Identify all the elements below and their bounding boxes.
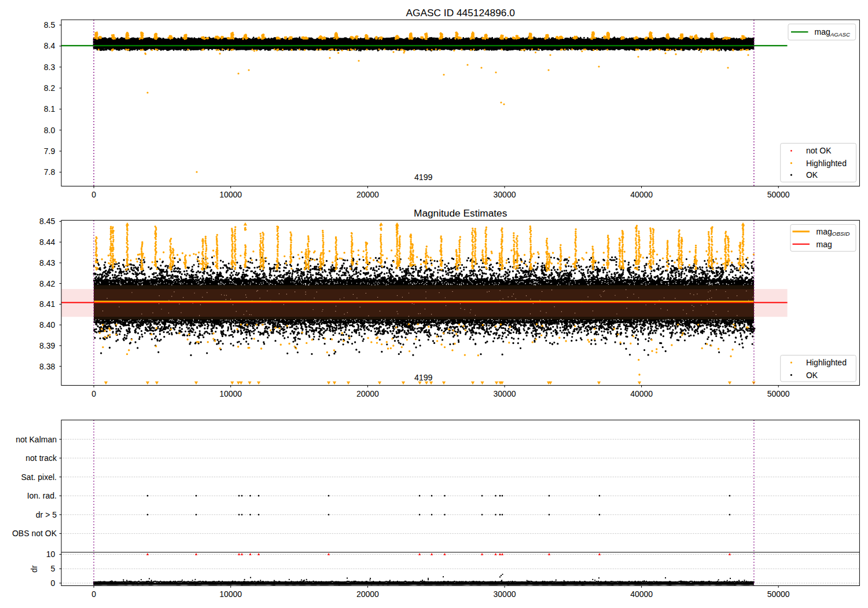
svg-text:20000: 20000: [356, 190, 379, 199]
svg-text:10000: 10000: [219, 190, 242, 199]
svg-text:40000: 40000: [630, 190, 653, 199]
svg-text:OK: OK: [806, 371, 818, 380]
svg-text:0: 0: [91, 589, 96, 599]
svg-text:40000: 40000: [630, 389, 653, 398]
svg-text:Ion. rad.: Ion. rad.: [27, 491, 57, 500]
svg-text:30000: 30000: [494, 190, 516, 199]
svg-text:OK: OK: [806, 170, 818, 180]
svg-text:8.44: 8.44: [39, 237, 55, 247]
svg-text:not Kalman: not Kalman: [16, 435, 57, 444]
svg-text:AGASC ID 445124896.0: AGASC ID 445124896.0: [406, 7, 515, 19]
svg-text:7.8: 7.8: [44, 167, 56, 177]
svg-text:4199: 4199: [414, 173, 433, 182]
svg-text:8.5: 8.5: [44, 20, 56, 30]
svg-text:8.3: 8.3: [44, 63, 56, 72]
svg-text:8.38: 8.38: [39, 362, 55, 371]
svg-text:8.45: 8.45: [39, 217, 55, 226]
svg-text:AGASC: AGASC: [830, 31, 851, 38]
svg-text:8.4: 8.4: [44, 41, 56, 50]
svg-text:mag: mag: [816, 227, 832, 236]
svg-text:8.2: 8.2: [44, 83, 56, 93]
svg-text:40000: 40000: [630, 589, 653, 599]
svg-text:0: 0: [51, 578, 56, 588]
svg-text:0: 0: [91, 389, 96, 398]
svg-text:0: 0: [91, 190, 96, 199]
svg-text:8.43: 8.43: [39, 258, 55, 268]
svg-text:8.40: 8.40: [39, 320, 55, 329]
svg-text:4199: 4199: [414, 373, 433, 382]
svg-text:10000: 10000: [219, 589, 242, 599]
svg-text:7.9: 7.9: [44, 146, 56, 156]
svg-text:Highlighted: Highlighted: [806, 159, 847, 168]
svg-text:8.39: 8.39: [39, 341, 55, 350]
svg-text:not track: not track: [25, 453, 57, 463]
svg-text:10000: 10000: [219, 389, 242, 398]
svg-text:dr: dr: [30, 565, 39, 573]
svg-text:30000: 30000: [494, 589, 516, 599]
svg-text:OBSID: OBSID: [832, 230, 850, 237]
svg-text:mag: mag: [815, 27, 830, 36]
svg-text:50000: 50000: [767, 190, 790, 199]
svg-text:8.41: 8.41: [39, 299, 55, 309]
svg-text:5: 5: [51, 564, 56, 573]
svg-text:Highlighted: Highlighted: [806, 358, 847, 367]
svg-text:OBS not OK: OBS not OK: [12, 529, 57, 538]
svg-text:10: 10: [46, 550, 56, 559]
svg-text:20000: 20000: [356, 589, 379, 599]
svg-text:Magnitude Estimates: Magnitude Estimates: [414, 207, 507, 219]
svg-text:50000: 50000: [767, 389, 790, 398]
svg-text:30000: 30000: [494, 389, 516, 398]
svg-text:mag: mag: [816, 240, 832, 249]
svg-text:8.42: 8.42: [39, 279, 55, 288]
svg-text:8.0: 8.0: [44, 126, 56, 135]
svg-text:8.1: 8.1: [44, 104, 56, 113]
svg-text:50000: 50000: [767, 589, 790, 599]
svg-text:dr > 5: dr > 5: [36, 510, 57, 519]
svg-text:Sat. pixel.: Sat. pixel.: [21, 473, 57, 482]
svg-text:not OK: not OK: [806, 146, 832, 155]
svg-text:20000: 20000: [356, 389, 379, 398]
